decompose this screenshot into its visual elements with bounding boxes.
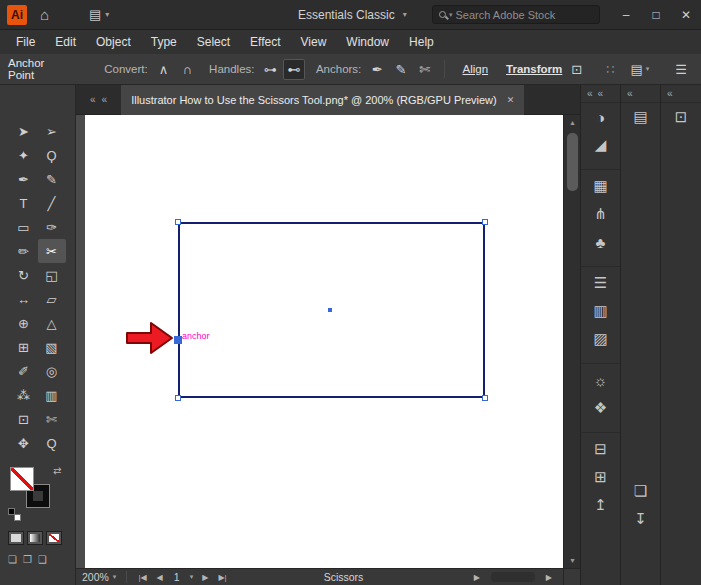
isolate-selection-icon[interactable]: ⊡ xyxy=(571,62,582,77)
graphic-styles-panel-icon[interactable]: ❖ xyxy=(581,394,620,422)
navigator-panel-icon[interactable]: ⊡ xyxy=(661,103,701,131)
color-panel-icon[interactable]: ◑ xyxy=(581,103,620,131)
shape-builder-tool-icon[interactable]: ⊕ xyxy=(10,311,38,335)
convert-to-corner-icon[interactable]: ∧ xyxy=(153,59,175,80)
search-input[interactable] xyxy=(456,9,576,21)
previous-artboard-icon[interactable]: ◀ xyxy=(157,573,163,582)
dock-header[interactable]: « xyxy=(661,85,701,103)
default-fill-stroke-icon[interactable] xyxy=(8,508,21,521)
stroke-panel-icon[interactable]: ☰ xyxy=(581,269,620,297)
scroll-up-icon[interactable]: ▲ xyxy=(564,115,581,130)
cut-path-icon[interactable]: ✄ xyxy=(414,59,436,80)
menu-window[interactable]: Window xyxy=(336,31,399,54)
scrollbar-thumb[interactable] xyxy=(567,133,578,191)
menu-type[interactable]: Type xyxy=(141,31,187,54)
selection-tool-icon[interactable]: ➤ xyxy=(10,119,38,143)
last-artboard-icon[interactable]: ▶| xyxy=(218,573,226,582)
draw-behind-icon[interactable]: ❐ xyxy=(23,554,32,565)
dock-collapse-buttons[interactable]: « « xyxy=(90,94,107,105)
transform-link[interactable]: Transform xyxy=(506,63,562,75)
color-guide-panel-icon[interactable]: ◢ xyxy=(581,131,620,159)
gradient-button[interactable] xyxy=(27,531,43,545)
line-segment-tool-icon[interactable]: ╱ xyxy=(38,191,66,215)
lasso-tool-icon[interactable]: Ϙ xyxy=(38,143,66,167)
anchor-point-bottom-left[interactable] xyxy=(175,395,181,401)
chevron-down-icon[interactable]: ▾ xyxy=(190,573,194,581)
draw-normal-icon[interactable]: ❏ xyxy=(8,554,17,565)
pen-tool-icon[interactable]: ✒ xyxy=(10,167,38,191)
workspace-selector[interactable]: Essentials Classic ▾ xyxy=(298,8,407,22)
pencil-tool-icon[interactable]: ✏ xyxy=(10,239,38,263)
arrange-documents-button[interactable]: ▤ ▾ xyxy=(631,62,650,77)
scroll-down-icon[interactable]: ▼ xyxy=(564,553,581,568)
connect-anchor-icon[interactable]: ✎ xyxy=(390,59,412,80)
dock-header[interactable]: « « xyxy=(581,85,620,103)
chevron-down-icon[interactable]: ▾ xyxy=(113,573,117,581)
close-button[interactable]: ✕ xyxy=(671,0,701,30)
swatches-panel-icon[interactable]: ▦ xyxy=(581,172,620,200)
scale-tool-icon[interactable]: ◱ xyxy=(38,263,66,287)
document-tab[interactable]: Illustrator How to Use the Scissors Tool… xyxy=(121,85,524,115)
menu-object[interactable]: Object xyxy=(86,31,141,54)
rotate-tool-icon[interactable]: ↻ xyxy=(10,263,38,287)
column-graph-tool-icon[interactable]: ▥ xyxy=(38,383,66,407)
close-tab-icon[interactable]: ✕ xyxy=(507,95,515,105)
anchor-point-top-right[interactable] xyxy=(482,219,488,225)
eyedropper-tool-icon[interactable]: ✐ xyxy=(10,359,38,383)
stacked-panels-icon[interactable]: ❏ xyxy=(621,477,660,505)
menu-edit[interactable]: Edit xyxy=(45,31,86,54)
menu-help[interactable]: Help xyxy=(399,31,444,54)
rectangle-tool-icon[interactable]: ▭ xyxy=(10,215,38,239)
fill-swatch[interactable] xyxy=(10,467,34,491)
zoom-tool-icon[interactable]: Q xyxy=(38,431,66,455)
selected-anchor-point[interactable] xyxy=(174,336,182,344)
convert-to-smooth-icon[interactable]: ∩ xyxy=(176,59,198,80)
hand-tool-icon[interactable]: ✥ xyxy=(10,431,38,455)
artboard-number-field[interactable]: 1 xyxy=(168,571,186,583)
layers-panel-icon[interactable]: ⊟ xyxy=(581,435,620,463)
scroll-right-icon[interactable]: ▶ xyxy=(546,573,552,582)
dock-header[interactable]: « xyxy=(621,85,660,103)
menu-effect[interactable]: Effect xyxy=(240,31,290,54)
symbol-sprayer-tool-icon[interactable]: ⁂ xyxy=(10,383,38,407)
anchor-point-bottom-right[interactable] xyxy=(482,395,488,401)
color-button[interactable] xyxy=(8,531,24,545)
brushes-panel-icon[interactable]: ⋔ xyxy=(581,200,620,228)
horizontal-scrollbar[interactable] xyxy=(491,572,535,582)
asset-export-panel-icon[interactable]: ↥ xyxy=(581,491,620,519)
draw-inside-icon[interactable]: ❑ xyxy=(38,554,47,565)
hide-handles-icon[interactable]: ⊷ xyxy=(283,59,305,80)
first-artboard-icon[interactable]: |◀ xyxy=(138,573,146,582)
object-center-point[interactable] xyxy=(328,308,332,312)
swap-fill-stroke-icon[interactable]: ⇄ xyxy=(53,465,61,476)
mesh-tool-icon[interactable]: ⊞ xyxy=(10,335,38,359)
artboards-panel-icon[interactable]: ⊞ xyxy=(581,463,620,491)
export-share-icon[interactable]: ↧ xyxy=(621,505,660,533)
gradient-tool-icon[interactable]: ▧ xyxy=(38,335,66,359)
home-icon[interactable]: ⌂ xyxy=(40,6,49,23)
menu-file[interactable]: File xyxy=(6,31,45,54)
show-handles-icon[interactable]: ⊶ xyxy=(260,59,282,80)
maximize-button[interactable]: □ xyxy=(641,0,671,30)
perspective-grid-tool-icon[interactable]: △ xyxy=(38,311,66,335)
vertical-scrollbar[interactable]: ▲ ▼ xyxy=(563,115,580,568)
pixel-grid-icon[interactable]: ∷ xyxy=(606,62,614,77)
zoom-level[interactable]: 200% xyxy=(82,571,109,583)
canvas[interactable]: anchor xyxy=(76,115,563,568)
none-button[interactable] xyxy=(46,531,62,545)
menu-select[interactable]: Select xyxy=(187,31,240,54)
magic-wand-tool-icon[interactable]: ✦ xyxy=(10,143,38,167)
type-tool-icon[interactable]: T xyxy=(10,191,38,215)
scroll-right-icon[interactable]: ▶ xyxy=(474,573,480,582)
gradient-panel-icon[interactable]: ▥ xyxy=(581,297,620,325)
appearance-panel-icon[interactable]: ☼ xyxy=(581,366,620,394)
panel-menu-icon[interactable]: ☰ xyxy=(675,62,687,77)
width-tool-icon[interactable]: ↔ xyxy=(10,287,38,311)
libraries-panel-icon[interactable]: ▤ xyxy=(621,103,660,131)
minimize-button[interactable]: – xyxy=(611,0,641,30)
scissors-tool-icon[interactable]: ✂ xyxy=(38,239,66,263)
blend-tool-icon[interactable]: ◎ xyxy=(38,359,66,383)
align-link[interactable]: Align xyxy=(462,63,488,75)
artboard-tool-icon[interactable]: ⊡ xyxy=(10,407,38,431)
anchor-point-top-left[interactable] xyxy=(175,219,181,225)
